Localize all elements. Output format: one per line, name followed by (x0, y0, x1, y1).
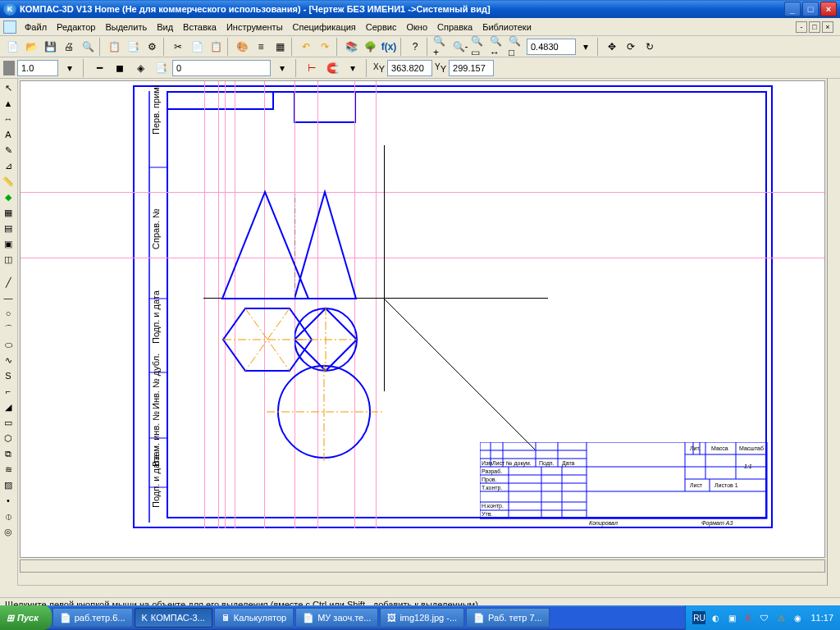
undo-button[interactable]: ↶ (297, 38, 315, 56)
arc-tool[interactable]: ⌒ (0, 322, 16, 336)
horizontal-scrollbar[interactable] (20, 559, 825, 573)
redo-button[interactable]: ↷ (316, 38, 334, 56)
pointer-tool[interactable]: ↖ (0, 80, 16, 95)
color-button[interactable]: ◼ (111, 59, 129, 77)
task-button-2[interactable]: KКОМПАС-3... (135, 608, 212, 628)
menu-insert[interactable]: Вставка (178, 21, 221, 34)
edit-tool[interactable]: ✎ (0, 143, 16, 158)
tray-icon-1[interactable]: ◐ (709, 611, 722, 624)
save-button[interactable]: 💾 (41, 38, 59, 56)
bezier-tool[interactable]: S (0, 368, 16, 383)
task-button-4[interactable]: 📄МУ заоч.те... (295, 608, 378, 628)
open-button[interactable]: 📂 (22, 38, 40, 56)
start-button[interactable]: ⊞ Пуск (0, 605, 52, 630)
equidist-tool[interactable]: ≋ (0, 462, 16, 477)
tree-button[interactable]: 🌳 (361, 38, 379, 56)
scale-input[interactable] (21, 63, 54, 73)
system-tray[interactable]: RU ◐ ▣ K 🛡 ⚠ ◉ 11:17 (685, 605, 840, 630)
menu-select[interactable]: Выделить (100, 21, 152, 34)
menu-tools[interactable]: Инструменты (221, 21, 288, 34)
point-tool[interactable]: • (0, 493, 16, 508)
zoom-in-button[interactable]: 🔍+ (432, 38, 450, 56)
line-tool[interactable]: ╱ (0, 275, 16, 290)
dimension-tool[interactable]: ↔ (0, 112, 16, 126)
library-tool[interactable]: ◫ (0, 252, 16, 267)
tray-icon-2[interactable]: ▣ (725, 611, 738, 624)
geometry-tool[interactable]: ▲ (0, 96, 16, 111)
menu-service[interactable]: Сервис (361, 21, 402, 34)
window-maximize-button[interactable]: □ (802, 2, 819, 16)
text-tool[interactable]: A (0, 127, 16, 142)
preview-button[interactable]: 🔍 (79, 38, 97, 56)
print-button[interactable]: 🖨 (60, 38, 78, 56)
menu-libraries[interactable]: Библиотеки (477, 21, 536, 34)
layer-button[interactable]: ≡ (252, 38, 270, 56)
chamfer-tool[interactable]: ◢ (0, 399, 16, 414)
task-button-6[interactable]: 📄Раб. тетр 7... (466, 608, 550, 628)
fillet-tool[interactable]: ⌐ (0, 384, 16, 399)
select-tool[interactable]: ◆ (0, 189, 16, 204)
tray-icon-5[interactable]: ⚠ (774, 611, 788, 624)
break-tool[interactable]: ⦶ (0, 509, 16, 523)
polygon-tool[interactable]: ⬡ (0, 431, 16, 445)
line-style-button[interactable]: ━ (90, 59, 108, 77)
insert-tool[interactable]: ▣ (0, 236, 16, 251)
drawing-canvas[interactable]: Перв. примен. Справ. № Подп. и дата Инв.… (20, 80, 825, 558)
variables-button[interactable]: f(x) (380, 38, 398, 56)
window-close-button[interactable]: × (820, 2, 837, 16)
zoom-dynamic-button[interactable]: 🔍↔ (489, 38, 507, 56)
clock[interactable]: 11:17 (810, 613, 833, 623)
collect-tool[interactable]: ⧉ (0, 446, 16, 461)
tray-icon-3[interactable]: K (742, 611, 755, 624)
zoom-window-button[interactable]: 🔍▭ (470, 38, 488, 56)
menu-help[interactable]: Справка (432, 21, 477, 34)
current-layer-button[interactable]: 📑 (152, 59, 170, 77)
vertical-scrollbar[interactable] (827, 79, 840, 586)
library-button[interactable]: 📚 (342, 38, 360, 56)
hatch-tool[interactable]: ▨ (0, 477, 16, 492)
zoom-dropdown-button[interactable]: ▾ (577, 38, 595, 56)
mdi-minimize-button[interactable]: - (796, 21, 807, 33)
tray-icon-6[interactable]: ◉ (791, 611, 804, 624)
snap-end-button[interactable]: ⊢ (303, 59, 321, 77)
menu-window[interactable]: Окно (401, 21, 432, 34)
circle-tool[interactable]: ○ (0, 306, 16, 321)
copy-props-button[interactable]: 🎨 (233, 38, 251, 56)
help-button[interactable]: ? (406, 38, 424, 56)
task-button-5[interactable]: 🖼img128.jpg -... (380, 608, 464, 628)
cut-button[interactable]: ✂ (169, 38, 187, 56)
obj-tool[interactable]: ◎ (0, 524, 16, 539)
props-button[interactable]: ⚙ (143, 38, 161, 56)
mdi-close-button[interactable]: × (822, 21, 833, 33)
layer-field[interactable] (172, 60, 271, 76)
snap-dropdown-button[interactable]: ▾ (344, 59, 362, 77)
new-button[interactable]: 📄 (3, 38, 21, 56)
menu-editor[interactable]: Редактор (52, 21, 100, 34)
zoom-out-button[interactable]: 🔍- (451, 38, 469, 56)
rotate-button[interactable]: ⟳ (622, 38, 640, 56)
spec-tool[interactable]: ▦ (0, 205, 16, 220)
measure-tool[interactable]: 📏 (0, 174, 16, 189)
layer-icon-button[interactable]: ◈ (131, 59, 149, 77)
window-minimize-button[interactable]: _ (784, 2, 801, 16)
menu-spec[interactable]: Спецификация (288, 21, 361, 34)
menu-file[interactable]: Файл (20, 21, 52, 34)
doc-button[interactable]: 📑 (124, 38, 142, 56)
zoom-field[interactable] (527, 39, 576, 55)
spline-tool[interactable]: ∿ (0, 353, 16, 368)
layer-input[interactable] (176, 63, 267, 73)
copy-button[interactable]: 📄 (188, 38, 206, 56)
ellipse-tool[interactable]: ⬭ (0, 337, 16, 352)
pan-button[interactable]: ✥ (603, 38, 621, 56)
scale-dropdown-button[interactable]: ▾ (61, 59, 79, 77)
task-button-3[interactable]: 🖩Калькулятор (214, 608, 294, 628)
snap-toggle-button[interactable]: 🧲 (323, 59, 341, 77)
zoom-input[interactable] (531, 42, 572, 52)
report-tool[interactable]: ▤ (0, 221, 16, 235)
layers-button[interactable]: ▦ (271, 38, 289, 56)
layer-dropdown-button[interactable]: ▾ (273, 59, 291, 77)
segment-tool[interactable]: — (0, 290, 16, 305)
mdi-restore-button[interactable]: □ (809, 21, 820, 33)
refresh-button[interactable]: ↻ (641, 38, 659, 56)
menu-view[interactable]: Вид (152, 21, 178, 34)
